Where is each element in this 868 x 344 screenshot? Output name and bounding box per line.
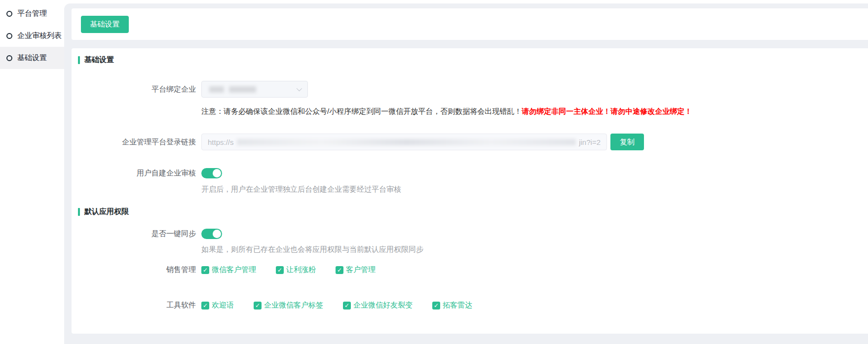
field-label: 是否一键同步 (78, 229, 196, 239)
app-layout: 平台管理 企业审核列表 基础设置 基础设置 基础设置 平台绑定企业 (0, 0, 868, 344)
url-suffix: jin?i=2 (579, 138, 601, 146)
field-label: 平台绑定企业 (78, 85, 196, 94)
sales-checkbox-group: ✓ 微信客户管理 ✓ 让利涨粉 ✓ 客户管理 (201, 265, 376, 275)
section-header-permissions: 默认应用权限 (78, 207, 868, 216)
audit-help-text: 开启后，用户在企业管理独立后台创建企业需要经过平台审核 (201, 184, 868, 194)
redacted-url-segment (237, 139, 576, 145)
tools-checkbox-group: ✓ 欢迎语 ✓ 企业微信客户标签 ✓ 企业微信好友裂变 ✓ 拓客雷达 (201, 301, 472, 310)
content-area: 基础设置 基础设置 平台绑定企业 注意：请务必确保该企业微信和公众号/小程序绑定… (64, 3, 868, 344)
redacted-value (229, 86, 256, 93)
checked-checkbox-icon: ✓ (432, 302, 440, 310)
url-prefix: https://s (208, 138, 234, 146)
one-key-sync-row: 是否一键同步 (78, 229, 868, 239)
checkbox-label: 拓客雷达 (443, 301, 472, 310)
circle-icon (6, 55, 12, 61)
sales-management-row: 销售管理 ✓ 微信客户管理 ✓ 让利涨粉 ✓ 客户管理 (78, 265, 868, 275)
checkbox-label: 客户管理 (346, 265, 376, 275)
sidebar-item-label: 平台管理 (17, 9, 47, 18)
bind-note: 注意：请务必确保该企业微信和公众号/小程序绑定到同一微信开放平台，否则数据将会出… (201, 106, 868, 116)
checkbox-customer-management[interactable]: ✓ 客户管理 (336, 265, 376, 275)
checkbox-label: 企业微信客户标签 (264, 301, 323, 310)
toggle-knob (213, 230, 221, 238)
chevron-down-icon (297, 86, 302, 91)
login-link-input[interactable]: https://s jin?i=2 (201, 134, 607, 150)
tab-basic-settings[interactable]: 基础设置 (81, 16, 129, 33)
checkbox-wechat-customer-management[interactable]: ✓ 微信客户管理 (201, 265, 256, 275)
checked-checkbox-icon: ✓ (336, 266, 343, 274)
field-label: 企业管理平台登录链接 (78, 138, 196, 147)
checked-checkbox-icon: ✓ (201, 266, 209, 274)
checkbox-wecom-friend-fission[interactable]: ✓ 企业微信好友裂变 (343, 301, 413, 310)
checked-checkbox-icon: ✓ (343, 302, 351, 310)
circle-icon (6, 11, 12, 17)
bound-enterprise-select[interactable] (201, 81, 308, 98)
audit-toggle-on[interactable] (201, 168, 222, 178)
checked-checkbox-icon: ✓ (276, 266, 284, 274)
sidebar-item-basic-settings[interactable]: 基础设置 (0, 47, 64, 69)
field-label: 工具软件 (78, 301, 196, 310)
copy-button[interactable]: 复制 (610, 134, 644, 150)
checkbox-customer-radar[interactable]: ✓ 拓客雷达 (432, 301, 472, 310)
checkbox-label: 欢迎语 (212, 301, 234, 310)
checkbox-profit-fans[interactable]: ✓ 让利涨粉 (276, 265, 316, 275)
redacted-value (209, 86, 224, 93)
login-link-row: 企业管理平台登录链接 https://s jin?i=2 复制 (78, 134, 868, 150)
section-accent-bar (78, 208, 80, 216)
sidebar-item-label: 企业审核列表 (17, 31, 62, 40)
checkbox-label: 微信客户管理 (212, 265, 256, 275)
checkbox-wecom-customer-tags[interactable]: ✓ 企业微信客户标签 (254, 301, 323, 310)
field-label: 销售管理 (78, 265, 196, 275)
sidebar-item-platform-management[interactable]: 平台管理 (0, 2, 64, 25)
checkbox-label: 企业微信好友裂变 (353, 301, 413, 310)
note-warning-text: 请勿绑定非同一主体企业！请勿中途修改企业绑定！ (522, 107, 692, 116)
sync-help-text: 如果是，则所有已存在企业也会将应用权限与当前默认应用权限同步 (201, 244, 868, 254)
sidebar-item-label: 基础设置 (17, 53, 47, 63)
checked-checkbox-icon: ✓ (254, 302, 262, 310)
platform-bind-row: 平台绑定企业 (78, 81, 868, 98)
section-header-basic: 基础设置 (78, 55, 868, 65)
checkbox-label: 让利涨粉 (286, 265, 316, 275)
section-title: 基础设置 (84, 55, 114, 65)
checkbox-welcome-message[interactable]: ✓ 欢迎语 (201, 301, 234, 310)
checked-checkbox-icon: ✓ (201, 302, 209, 310)
toggle-knob (213, 169, 221, 177)
circle-icon (6, 33, 12, 39)
self-built-audit-row: 用户自建企业审核 (78, 168, 868, 178)
tool-software-row: 工具软件 ✓ 欢迎语 ✓ 企业微信客户标签 ✓ 企业微信好友裂变 (78, 301, 868, 310)
note-text: 注意：请务必确保该企业微信和公众号/小程序绑定到同一微信开放平台，否则数据将会出… (201, 107, 522, 116)
section-accent-bar (78, 56, 80, 64)
section-title: 默认应用权限 (84, 207, 129, 216)
settings-panel: 基础设置 平台绑定企业 注意：请务必确保该企业微信和公众号/小程序绑定到同一微信… (72, 48, 868, 334)
sync-toggle-on[interactable] (201, 229, 222, 239)
field-label: 用户自建企业审核 (78, 169, 196, 178)
sidebar-item-enterprise-audit-list[interactable]: 企业审核列表 (0, 25, 64, 47)
sidebar: 平台管理 企业审核列表 基础设置 (0, 0, 64, 344)
tab-bar: 基础设置 (72, 8, 868, 40)
